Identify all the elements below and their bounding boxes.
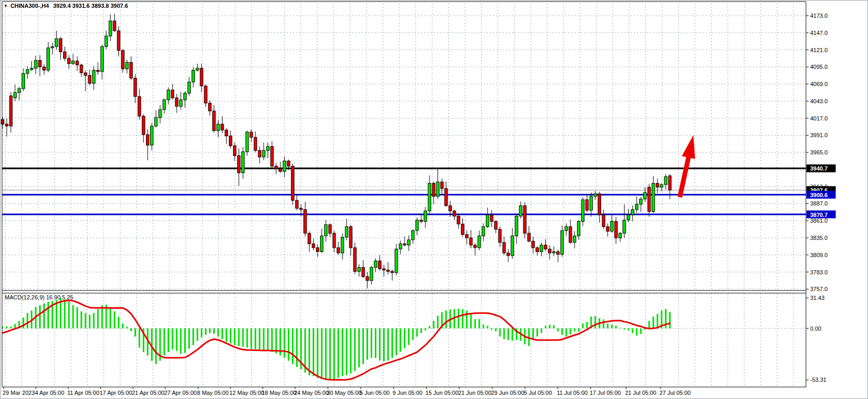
date-tick-label: 29 Mar 2023: [3, 390, 35, 396]
date-tick-label: 17 Apr 05:00: [100, 390, 132, 396]
candle-body: [34, 61, 37, 68]
candle-body: [266, 147, 269, 151]
date-tick-label: 11 Jul 05:00: [557, 390, 588, 396]
candle-body: [358, 268, 360, 272]
candle-body: [234, 146, 236, 156]
candle-body: [453, 211, 456, 216]
candle-body: [241, 152, 244, 173]
candle-body: [47, 48, 50, 70]
candle-body: [664, 177, 667, 185]
price-tick-label: 4095.0: [810, 64, 828, 70]
candle-body: [494, 222, 497, 229]
candle-body: [9, 96, 12, 126]
chart-canvas[interactable]: 4173.04147.04121.04095.04069.04043.04017…: [1, 1, 868, 399]
candle-body: [374, 261, 377, 268]
candle-body: [557, 251, 559, 254]
candle-body: [88, 76, 91, 83]
date-tick-label: 21 Apr 05:00: [132, 390, 164, 396]
date-tick-label: 30 May 05:00: [327, 390, 362, 396]
candle-body: [532, 241, 534, 248]
candle-body: [565, 227, 568, 231]
candle-body: [304, 210, 307, 233]
candle-body: [383, 269, 385, 270]
candle-body: [411, 231, 414, 240]
candle-body: [619, 233, 621, 238]
candle-body: [146, 135, 149, 145]
date-tick-label: 12 May 05:00: [229, 390, 264, 396]
candle-body: [80, 65, 82, 73]
candle-body: [105, 36, 107, 46]
price-badge-label: 3870.7: [810, 212, 828, 218]
candle-body: [553, 251, 555, 253]
candle-body: [84, 73, 87, 76]
candle-body: [175, 98, 178, 106]
candle-body: [225, 130, 228, 136]
candle-body: [312, 244, 315, 248]
candle-body: [606, 227, 609, 232]
candle-body: [345, 227, 348, 237]
candle-body: [581, 200, 584, 222]
candle-body: [378, 261, 381, 269]
candle-body: [39, 61, 41, 67]
candle-body: [544, 245, 547, 249]
candle-body: [585, 200, 588, 210]
candle-body: [399, 244, 402, 249]
candle-body: [511, 236, 514, 256]
candle-body: [22, 74, 25, 89]
candle-body: [470, 238, 472, 245]
candle-body: [486, 215, 488, 227]
candle-body: [117, 31, 120, 51]
candle-body: [126, 62, 128, 69]
candle-body: [76, 61, 78, 65]
candle-body: [644, 192, 646, 199]
candle-body: [291, 166, 294, 201]
candle-body: [258, 150, 261, 157]
candle-body: [387, 270, 389, 272]
price-tick-label: 3991.0: [810, 132, 828, 138]
price-tick-label: 3887.0: [810, 200, 828, 207]
candle-body: [68, 58, 70, 64]
price-tick-label: 4121.0: [810, 47, 828, 53]
candle-body: [573, 236, 576, 243]
candle-body: [610, 222, 613, 232]
candle-body: [461, 224, 464, 235]
price-tick-label: 3861.0: [810, 217, 828, 224]
candle-body: [519, 205, 522, 216]
date-tick-label: 4 Apr 05:00: [35, 390, 64, 396]
date-tick-label: 24 May 05:00: [294, 390, 329, 396]
date-tick-label: 21 Jul 05:00: [625, 390, 656, 396]
candle-body: [300, 208, 302, 210]
price-badge-label: 3940.7: [810, 165, 828, 172]
candle-body: [250, 132, 252, 137]
candle-body: [55, 39, 58, 46]
candle-body: [498, 229, 501, 243]
candle-body: [59, 39, 62, 52]
candle-body: [151, 126, 153, 146]
candle-body: [635, 204, 638, 210]
candle-body: [391, 271, 394, 273]
candle-body: [623, 220, 626, 233]
candle-body: [64, 52, 66, 58]
trend-arrow-head: [682, 135, 695, 159]
date-tick-label: 8 May 05:00: [197, 390, 229, 396]
date-tick-label: 27 Apr 05:00: [164, 390, 197, 396]
candle-body: [428, 183, 431, 211]
symbol-dropdown-icon[interactable]: ▼: [4, 4, 8, 8]
price-tick-label: 3809.0: [810, 252, 828, 258]
candle-body: [590, 197, 592, 210]
candle-body: [142, 116, 145, 135]
candle-body: [196, 68, 199, 70]
candle-body: [30, 68, 33, 70]
candle-body: [415, 220, 418, 231]
candle-body: [279, 169, 282, 172]
candle-body: [229, 136, 232, 146]
price-badge-label: 3900.6: [810, 192, 828, 198]
price-tick-label: 4043.0: [810, 98, 828, 104]
candle-body: [337, 248, 339, 253]
candle-body: [528, 233, 530, 241]
candle-body: [308, 233, 311, 244]
candle-body: [92, 70, 95, 83]
candle-body: [615, 222, 617, 238]
candle-body: [424, 211, 426, 221]
candle-body: [328, 225, 331, 233]
